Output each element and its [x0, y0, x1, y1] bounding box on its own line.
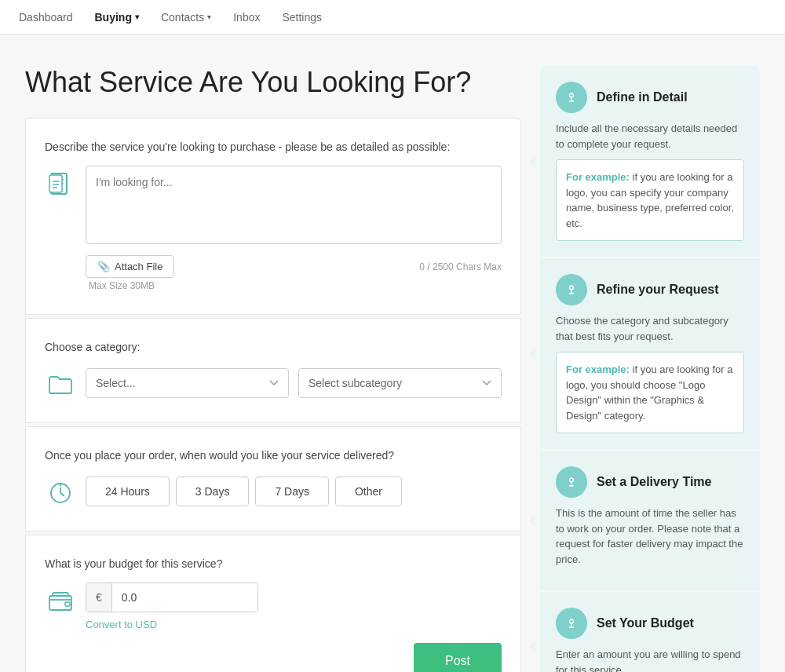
tip-3-icon: [556, 466, 587, 498]
textarea-row: 📎 Attach File 0 / 2500 Chars Max Max Siz…: [45, 166, 502, 292]
tip-2-title: Refine your Request: [597, 283, 719, 297]
document-icon: [45, 169, 76, 200]
time-buttons: 24 Hours 3 Days 7 Days Other: [86, 477, 402, 506]
tip-4-icon: [556, 608, 587, 639]
category-card: Choose a category: Select... Select subc…: [25, 318, 521, 423]
navigation: Dashboard Buying ▾ Contacts ▾ Inbox Sett…: [0, 0, 785, 35]
svg-line-10: [60, 493, 64, 496]
textarea-wrap: 📎 Attach File 0 / 2500 Chars Max Max Siz…: [86, 166, 502, 292]
tip-1-title: Define in Detail: [597, 90, 688, 104]
delivery-card: Once you place your order, when would yo…: [25, 426, 521, 531]
tip-4-header: Set Your Budget: [556, 608, 744, 639]
delivery-row: 24 Hours 3 Days 7 Days Other: [45, 474, 502, 509]
tips-sidebar: Define in Detail Include all the necessa…: [540, 66, 760, 672]
tip-3-header: Set a Delivery Time: [556, 466, 744, 498]
paperclip-icon: 📎: [97, 261, 110, 272]
tip-delivery-time: Set a Delivery Time This is the amount o…: [540, 451, 760, 590]
svg-rect-13: [65, 602, 70, 606]
budget-row: € Convert to USD: [45, 583, 502, 630]
attach-file-button[interactable]: 📎 Attach File: [86, 255, 174, 278]
7-days-button[interactable]: 7 Days: [255, 477, 329, 506]
tip-1-header: Define in Detail: [556, 82, 744, 113]
budget-card: What is your budget for this service? €: [25, 535, 521, 672]
nav-inbox[interactable]: Inbox: [233, 11, 260, 24]
nav-contacts[interactable]: Contacts ▾: [161, 11, 211, 24]
tip-3-body: This is the amount of time the seller ha…: [556, 506, 744, 567]
delivery-label: Once you place your order, when would yo…: [45, 449, 502, 462]
textarea-footer: 📎 Attach File 0 / 2500 Chars Max: [86, 255, 502, 278]
wallet-icon: [45, 586, 76, 617]
main-content: What Service Are You Looking For? Descri…: [0, 35, 785, 672]
tip-1-example: For example: if you are looking for a lo…: [556, 159, 744, 241]
nav-dashboard[interactable]: Dashboard: [19, 11, 73, 24]
currency-prefix: €: [86, 583, 112, 612]
post-button[interactable]: Post: [414, 643, 502, 672]
tip-4-title: Set Your Budget: [597, 616, 694, 630]
tip-2-example-label: For example:: [566, 363, 630, 375]
budget-input-box: €: [86, 583, 258, 612]
category-row: Select... Select subcategory: [45, 366, 502, 400]
service-label: Describe the service you're looking to p…: [45, 141, 502, 153]
category-select[interactable]: Select...: [86, 368, 289, 398]
subcategory-select[interactable]: Select subcategory: [298, 368, 502, 398]
tip-1-body: Include all the necessary details needed…: [556, 121, 744, 152]
buying-chevron-icon: ▾: [135, 13, 139, 21]
24-hours-button[interactable]: 24 Hours: [86, 477, 170, 506]
service-textarea[interactable]: [86, 166, 502, 244]
budget-input-wrap: € Convert to USD: [86, 583, 502, 630]
post-row: Post: [45, 643, 502, 672]
tip-2-header: Refine your Request: [556, 274, 744, 305]
tip-2-body: Choose the category and subcategory that…: [556, 313, 744, 344]
nav-settings[interactable]: Settings: [282, 11, 322, 24]
tip-2-example: For example: if you are looking for a lo…: [556, 352, 744, 433]
tip-1-example-label: For example:: [566, 171, 630, 183]
tip-define-detail: Define in Detail Include all the necessa…: [540, 66, 760, 257]
tip-2-icon: [556, 274, 587, 305]
page-title: What Service Are You Looking For?: [25, 66, 521, 99]
svg-rect-4: [49, 175, 62, 192]
tip-1-icon: [556, 82, 587, 113]
tip-set-budget: Set Your Budget Enter an amount you are …: [540, 592, 760, 672]
budget-label: What is your budget for this service?: [45, 557, 502, 570]
tip-4-body: Enter an amount you are willing to spend…: [556, 647, 744, 672]
char-count: 0 / 2500 Chars Max: [419, 261, 502, 272]
3-days-button[interactable]: 3 Days: [176, 477, 250, 506]
selects-wrap: Select... Select subcategory: [86, 368, 502, 398]
other-button[interactable]: Other: [335, 477, 402, 506]
service-description-card: Describe the service you're looking to p…: [25, 118, 521, 315]
clock-icon: [45, 477, 76, 509]
max-size-label: Max Size 30MB: [89, 280, 155, 291]
folder-icon: [45, 369, 76, 400]
nav-buying[interactable]: Buying ▾: [95, 11, 139, 24]
tip-refine-request: Refine your Request Choose the category …: [540, 258, 760, 449]
left-column: What Service Are You Looking For? Descri…: [25, 66, 521, 672]
tip-3-title: Set a Delivery Time: [597, 475, 711, 489]
category-label: Choose a category:: [45, 341, 502, 353]
convert-to-usd-link[interactable]: Convert to USD: [86, 619, 502, 630]
svg-rect-12: [49, 596, 71, 610]
budget-field[interactable]: [112, 583, 257, 612]
contacts-chevron-icon: ▾: [207, 13, 211, 21]
